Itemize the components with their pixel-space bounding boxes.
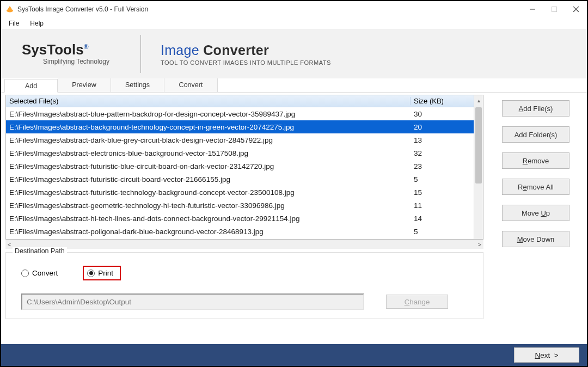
file-size-cell: 11 [411,201,474,210]
window-controls [522,1,587,17]
tab-add[interactable]: Add [4,79,58,93]
svg-rect-2 [552,7,557,12]
file-list: Selected File(s) Size (KB) E:\Files\Imag… [5,95,483,240]
menu-bar: File Help [1,17,587,29]
table-row[interactable]: E:\Files\Images\abstract-dark-blue-grey-… [6,133,474,146]
horizontal-scrollbar[interactable]: < > [5,240,483,249]
move-down-button[interactable]: Move Down [502,231,569,247]
app-icon [5,5,14,14]
scroll-right-icon[interactable]: > [478,241,481,248]
close-button[interactable] [565,1,587,17]
menu-help[interactable]: Help [24,19,49,28]
file-size-cell: 23 [411,162,474,170]
left-column: Selected File(s) Size (KB) E:\Files\Imag… [5,95,483,344]
file-size-cell: 20 [411,123,474,131]
destination-legend: Destination Path [13,247,67,255]
file-size-cell: 15 [411,188,474,197]
tab-settings[interactable]: Settings [111,78,164,92]
next-button[interactable]: Next > [514,347,579,363]
file-list-header: Selected File(s) Size (KB) [6,95,474,107]
move-up-button[interactable]: Move Up [502,205,569,221]
file-size-cell: 13 [411,136,474,144]
table-row[interactable]: E:\Files\Images\abstract-electronics-blu… [6,146,474,160]
svg-point-0 [7,9,13,13]
minimize-button[interactable] [522,1,543,17]
table-row[interactable]: E:\Files\Images\abstract-background-tech… [6,120,474,133]
product-block: Image Converter TOOL TO CONVERT IMAGES I… [161,42,331,66]
path-row: C:\Users\Admin\Desktop\Output Change [21,293,474,310]
scroll-up-icon[interactable]: ▴ [476,97,482,103]
table-row[interactable]: E:\Files\Images\abstract-futuristic-tech… [6,186,474,199]
file-list-body: E:\Files\Images\abstract-blue-pattern-ba… [6,107,474,238]
destination-path-input[interactable]: C:\Users\Admin\Desktop\Output [21,293,364,310]
brand-name: SysTools® [22,42,131,57]
table-row[interactable]: E:\Files\Images\abstract-futuristic-circ… [6,173,474,186]
table-row[interactable]: E:\Files\Images\abstract-hi-tech-lines-a… [6,212,474,225]
vertical-scrollbar[interactable]: ▴ [474,95,483,239]
file-size-cell: 5 [411,175,474,184]
col-header-size[interactable]: Size (KB) [411,97,474,105]
file-size-cell: 14 [411,215,474,223]
print-highlight-box: Print [83,266,121,280]
table-row[interactable]: E:\Files\Images\abstract-futuristic-blue… [6,160,474,173]
scroll-thumb[interactable] [475,107,482,184]
maximize-button[interactable] [543,1,565,17]
radio-convert-label: Convert [32,269,58,277]
file-path-cell: E:\Files\Images\abstract-blue-pattern-ba… [6,110,411,118]
change-button: Change [386,295,448,309]
file-path-cell: E:\Files\Images\abstract-dark-blue-grey-… [6,136,411,144]
file-size-cell: 5 [411,228,474,236]
file-path-cell: E:\Files\Images\abstract-poligonal-dark-… [6,228,411,236]
title-bar: SysTools Image Converter v5.0 - Full Ver… [1,1,587,17]
radio-print-icon [87,270,95,277]
add-files-button[interactable]: Add File(s) [502,100,569,117]
tab-preview[interactable]: Preview [58,78,111,92]
logo-block: SysTools® Simplifying Technology [22,42,131,65]
file-path-cell: E:\Files\Images\abstract-geometric-techn… [6,201,411,210]
file-path-cell: E:\Files\Images\abstract-futuristic-tech… [6,188,411,197]
product-title: Image Converter [161,42,331,58]
right-column: Add File(s) Add Folder(s) Remove Remove … [490,95,583,344]
table-row[interactable]: E:\Files\Images\abstract-geometric-techn… [6,199,474,212]
remove-button[interactable]: Remove [502,152,569,169]
table-row[interactable]: E:\Files\Images\abstract-poligonal-dark-… [6,225,474,238]
bottom-bar: Next > [1,344,587,366]
tab-strip: Add Preview Settings Convert [1,78,587,93]
destination-path-text: C:\Users\Admin\Desktop\Output [27,298,131,306]
window-title: SysTools Image Converter v5.0 - Full Ver… [17,5,148,13]
tab-convert[interactable]: Convert [164,78,218,92]
radio-convert-icon [21,270,29,277]
radio-print[interactable]: Print [87,269,113,277]
remove-all-button[interactable]: Remove All [502,179,569,195]
radio-print-label: Print [98,269,113,277]
file-size-cell: 30 [411,110,474,118]
registered-icon: ® [84,43,89,51]
table-row[interactable]: E:\Files\Images\abstract-blue-pattern-ba… [6,107,474,120]
destination-group: Destination Path Convert Print C:\Users\… [5,252,483,319]
file-path-cell: E:\Files\Images\abstract-futuristic-circ… [6,175,411,184]
scroll-left-icon[interactable]: < [8,241,11,248]
file-path-cell: E:\Files\Images\abstract-futuristic-blue… [6,162,411,170]
body-area: Selected File(s) Size (KB) E:\Files\Imag… [1,93,587,344]
brand-text: SysTools [22,41,84,58]
file-path-cell: E:\Files\Images\abstract-electronics-blu… [6,149,411,157]
radio-row: Convert Print [21,266,474,280]
file-path-cell: E:\Files\Images\abstract-background-tech… [6,123,411,131]
product-subtitle: TOOL TO CONVERT IMAGES INTO MULTIPLE FOR… [161,59,331,66]
col-header-file[interactable]: Selected File(s) [6,97,411,105]
menu-file[interactable]: File [3,19,24,28]
brand-tagline: Simplifying Technology [22,58,131,65]
banner: SysTools® Simplifying Technology Image C… [1,29,587,78]
file-list-scroll: Selected File(s) Size (KB) E:\Files\Imag… [6,95,474,239]
product-word-a: Image [161,42,199,58]
add-folders-button[interactable]: Add Folder(s) [502,126,569,143]
file-path-cell: E:\Files\Images\abstract-hi-tech-lines-a… [6,215,411,223]
file-size-cell: 32 [411,149,474,157]
product-word-b: Converter [203,42,269,58]
radio-convert[interactable]: Convert [21,269,58,277]
divider [140,35,141,73]
